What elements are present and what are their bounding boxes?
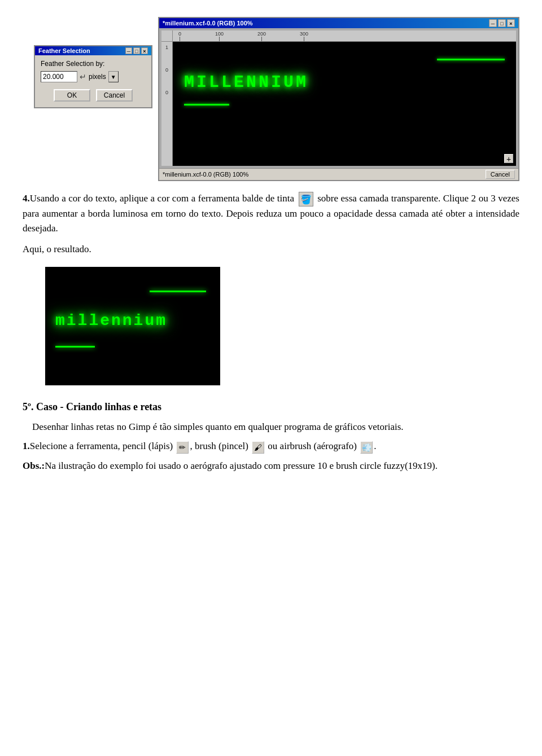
feather-dialog-title-buttons: ─ □ × (125, 47, 148, 54)
aqui-text: Aqui, o resultado. (23, 244, 91, 254)
paragraph-aqui: Aqui, o resultado. (23, 242, 519, 257)
gimp-canvas[interactable]: MILLENNIUM + (173, 42, 516, 166)
feather-value-input[interactable] (41, 71, 77, 82)
brush-icon: 🖌 (252, 441, 264, 454)
result-image: millennium (45, 267, 220, 385)
step-1-num: 1. (23, 441, 30, 451)
gimp-statusbar: *millenium.xcf-0.0 (RGB) 100% Cancel (159, 168, 518, 180)
section-5-heading-text: 5º. Caso - Criando linhas e retas (23, 401, 161, 412)
gimp-cancel-button[interactable]: Cancel (486, 170, 515, 179)
section-5-p1: 1.Selecione a ferramenta, pencil (lápis)… (23, 439, 519, 454)
section-5-intro-text: Desenhar linhas retas no Gimp é tão simp… (23, 421, 404, 432)
feather-arrow-icon: ↵ (80, 72, 86, 81)
gimp-titlebar: *millenium.xcf-0.0 (RGB) 100% ─ □ × (159, 18, 518, 28)
feather-dialog-body: Feather Selection by: ↵ pixels ▼ OK Canc… (35, 55, 151, 107)
airbrush-icon: 💨 (360, 441, 373, 454)
feather-input-row: ↵ pixels ▼ (41, 71, 146, 82)
gimp-ruler-corner (161, 30, 173, 42)
feather-minimize-btn[interactable]: ─ (125, 47, 132, 54)
ruler-tick (261, 37, 262, 41)
v-ruler-mark-0a: 0 (165, 67, 168, 73)
section-5-heading: 5º. Caso - Criando linhas e retas (23, 401, 519, 413)
feather-btn-row: OK Cancel (41, 89, 146, 102)
text-section: 4.Usando a cor do texto, aplique a cor c… (23, 191, 519, 257)
gimp-vertical-ruler: 1 0 0 (161, 42, 173, 166)
gimp-green-line-top (437, 59, 505, 60)
result-line-bottom (55, 346, 95, 348)
result-line-top (150, 291, 206, 292)
gimp-statusbar-text: *millenium.xcf-0.0 (RGB) 100% (163, 171, 248, 178)
v-ruler-mark-1: 1 (165, 45, 168, 50)
step-1-text: Selecione a ferramenta, pencil (lápis) ✏… (30, 441, 377, 451)
gimp-cross-icon: + (504, 154, 513, 163)
p1-num: 4. (23, 193, 30, 204)
gimp-close-btn[interactable]: × (507, 19, 515, 27)
feather-unit-label: pixels (89, 73, 106, 81)
obs-text: Obs.:Na ilustração do exemplo foi usado … (23, 460, 438, 471)
p1-text: 4.Usando a cor do texto, aplique a cor c… (23, 193, 519, 234)
gimp-minimize-btn[interactable]: ─ (489, 19, 497, 27)
pencil-icon: ✏ (176, 441, 189, 454)
gimp-green-line-bottom (184, 104, 229, 106)
gimp-horizontal-ruler: 0 100 200 300 (173, 30, 516, 42)
feather-cancel-button[interactable]: Cancel (96, 89, 133, 102)
ruler-tick (304, 37, 304, 41)
gimp-canvas-area: 0 100 200 300 1 0 0 (159, 28, 518, 168)
gimp-title-text: *millenium.xcf-0.0 (RGB) 100% (163, 20, 253, 27)
feather-dialog: Feather Selection ─ □ × Feather Selectio… (34, 45, 152, 108)
obs-bold: Obs.: (23, 460, 45, 471)
ruler-mark-300: 300 (300, 31, 308, 41)
v-ruler-mark-0b: 0 (165, 90, 168, 95)
section-5-obs: Obs.:Na ilustração do exemplo foi usado … (23, 459, 519, 473)
feather-dialog-titlebar: Feather Selection ─ □ × (35, 46, 151, 55)
ruler-mark-100: 100 (215, 31, 224, 41)
feather-ok-button[interactable]: OK (54, 89, 90, 102)
gimp-titlebar-buttons: ─ □ × (489, 19, 515, 27)
ruler-tick (180, 37, 180, 41)
ruler-mark-200: 200 (257, 31, 266, 41)
gimp-rulers-row: 0 100 200 300 (161, 30, 516, 42)
feather-label: Feather Selection by: (41, 60, 146, 68)
ruler-mark-0: 0 (178, 31, 181, 41)
gimp-window: *millenium.xcf-0.0 (RGB) 100% ─ □ × 0 10… (158, 17, 519, 181)
paragraph-1: 4.Usando a cor do texto, aplique a cor c… (23, 191, 519, 236)
ruler-tick (219, 37, 220, 41)
feather-unit-dropdown[interactable]: ▼ (108, 71, 119, 82)
feather-close-btn[interactable]: × (141, 47, 148, 54)
gimp-ruler-marks: 0 100 200 300 (173, 30, 516, 41)
gimp-maximize-btn[interactable]: □ (498, 19, 506, 27)
top-screenshots: Feather Selection ─ □ × Feather Selectio… (23, 17, 519, 181)
feather-maximize-btn[interactable]: □ (133, 47, 140, 54)
section-5-intro: Desenhar linhas retas no Gimp é tão simp… (23, 420, 519, 434)
result-millennium-text: millennium (55, 312, 167, 329)
gimp-canvas-inner: MILLENNIUM (173, 42, 516, 166)
gimp-canvas-row: 1 0 0 MILLENNIUM + (161, 42, 516, 166)
gimp-millennium-text: MILLENNIUM (184, 73, 308, 92)
feather-dialog-title-text: Feather Selection (38, 47, 90, 54)
page-content: Feather Selection ─ □ × Feather Selectio… (0, 0, 542, 500)
paint-bucket-icon: 🪣 (299, 192, 313, 206)
